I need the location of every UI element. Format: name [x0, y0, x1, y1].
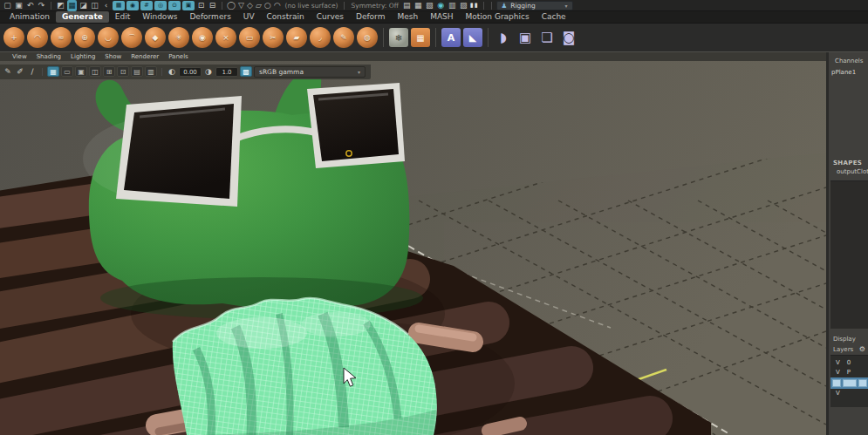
- menu-deform[interactable]: Deform: [350, 11, 391, 23]
- channel-box-object[interactable]: pPlane1: [829, 65, 868, 76]
- channel-box-attributes-area[interactable]: [830, 180, 868, 329]
- panel-menu-show[interactable]: Show: [105, 53, 121, 60]
- render-frame-icon[interactable]: ▦: [413, 0, 423, 11]
- shelf-imprint-tool-icon[interactable]: ×: [215, 27, 236, 48]
- layer-row[interactable]: V: [830, 389, 868, 398]
- shelf-panel-layout-icon[interactable]: ▣: [516, 30, 535, 45]
- mask-surfaces-icon[interactable]: ◠: [274, 0, 282, 11]
- shelf-eraser-icon[interactable]: ◙: [559, 30, 578, 45]
- hypershade-icon[interactable]: ▨: [459, 0, 468, 11]
- shelf-relax-tool-icon[interactable]: ≈: [51, 27, 72, 48]
- color-management-icon[interactable]: ▩: [240, 66, 252, 77]
- undo-icon[interactable]: ↶: [25, 0, 35, 11]
- shelf-sculpt-tool-icon[interactable]: +: [3, 27, 24, 48]
- menu-mash[interactable]: MASH: [424, 11, 459, 23]
- open-scene-icon[interactable]: ▣: [14, 0, 24, 11]
- shelf-duplicate-icon[interactable]: ❏: [537, 30, 557, 45]
- shelf-uv-snapshot-icon[interactable]: ◣: [463, 28, 482, 47]
- scale-tool-icon[interactable]: ◫: [90, 0, 99, 11]
- safe-title-icon[interactable]: ▤: [131, 66, 143, 77]
- shelf-fill-tool-icon[interactable]: ▰: [286, 27, 307, 48]
- render-view-icon[interactable]: ▤: [402, 0, 412, 11]
- panel-menu-renderer[interactable]: Renderer: [131, 53, 159, 60]
- menu-windows[interactable]: Windows: [136, 11, 183, 23]
- menu-cache[interactable]: Cache: [536, 11, 572, 23]
- shelf-uv-editor-icon[interactable]: A: [441, 28, 461, 47]
- history-off-icon[interactable]: ⊟: [208, 0, 217, 11]
- ipr-render-icon[interactable]: ▧: [425, 0, 434, 11]
- rotate-tool-icon[interactable]: ◪: [79, 0, 88, 11]
- mask-curves-icon[interactable]: ○: [264, 0, 272, 11]
- render-settings-icon[interactable]: ◉: [436, 0, 446, 11]
- view-transform-dropdown[interactable]: sRGB gamma ▾: [254, 66, 366, 78]
- shelf-bulge-tool-icon[interactable]: ◍: [357, 27, 378, 48]
- snap-point-icon[interactable]: #: [140, 1, 153, 10]
- film-gate-icon[interactable]: ▭: [61, 66, 73, 77]
- exposure-icon[interactable]: ◐: [167, 67, 177, 76]
- gear-icon[interactable]: ⚙: [859, 345, 865, 353]
- menu-uv[interactable]: UV: [237, 11, 261, 23]
- history-on-icon[interactable]: ⊡: [196, 0, 206, 11]
- snap-curve-icon[interactable]: ◉: [126, 1, 139, 10]
- mask-rendering-icon[interactable]: ▱: [256, 0, 263, 11]
- menu-curves[interactable]: Curves: [311, 11, 350, 23]
- menu-set-selector[interactable]: ♟ Rigging ▾: [496, 1, 573, 10]
- pause-icon[interactable]: ▮▮: [470, 0, 479, 11]
- shelf-wax-tool-icon[interactable]: ▭: [239, 27, 260, 48]
- lock-camera-icon[interactable]: ✐: [15, 67, 25, 76]
- collapse-chevron-icon[interactable]: ‹: [101, 0, 111, 11]
- shelf-spray-tool-icon[interactable]: ✳: [168, 27, 189, 48]
- snap-live-icon[interactable]: ▣: [182, 1, 195, 10]
- gamma-field[interactable]: 1.0: [215, 67, 238, 77]
- shelf-grab-tool-icon[interactable]: ⊕: [74, 27, 95, 48]
- shelf-repeat-tool-icon[interactable]: ◉: [192, 27, 213, 48]
- exposure-field[interactable]: 0.00: [179, 67, 202, 77]
- menu-mesh[interactable]: Mesh: [391, 11, 424, 23]
- menu-animation[interactable]: Animation: [3, 11, 56, 23]
- shelf-smooth-tool-icon[interactable]: ◠: [27, 27, 48, 48]
- shelf-freeze-icon[interactable]: ❄: [389, 28, 408, 47]
- mask-object-icon[interactable]: ▽: [238, 0, 245, 11]
- layer-editor-display-tab[interactable]: Display: [829, 329, 868, 343]
- layer-row[interactable]: V0: [830, 358, 868, 368]
- scene-3d[interactable]: [0, 52, 826, 435]
- channel-box-title[interactable]: Channels: [829, 52, 868, 65]
- shelf-knife-tool-icon[interactable]: ◞: [310, 27, 331, 48]
- redo-icon[interactable]: ↷: [37, 0, 46, 11]
- panel-menu-panels[interactable]: Panels: [168, 53, 188, 60]
- panel-menu-lighting[interactable]: Lighting: [71, 53, 95, 60]
- shelf-pinch-tool-icon[interactable]: ◡: [98, 27, 119, 48]
- shelf-flatten-tool-icon[interactable]: ⌒: [121, 27, 142, 48]
- panel-menu-shading[interactable]: Shading: [37, 53, 61, 60]
- menu-constrain[interactable]: Constrain: [261, 11, 311, 23]
- layer-color-swatch[interactable]: [858, 379, 867, 387]
- gate-mask-icon[interactable]: ◫: [89, 66, 101, 77]
- gamma-icon[interactable]: ◑: [203, 67, 214, 76]
- layer-row[interactable]: VP: [830, 368, 868, 377]
- shelf-foamy-tool-icon[interactable]: ◆: [145, 27, 166, 48]
- shelf-smear-tool-icon[interactable]: ✎: [333, 27, 354, 48]
- menu-generate[interactable]: Generate: [56, 11, 109, 23]
- move-tool-icon[interactable]: ▦: [67, 0, 77, 11]
- menu-motion-graphics[interactable]: Motion Graphics: [460, 11, 536, 23]
- layer-row-selected[interactable]: [830, 377, 868, 389]
- symmetry-status[interactable]: Symmetry: Off: [351, 0, 398, 11]
- shelf-grid-icon[interactable]: ▦: [411, 28, 430, 47]
- select-tool-icon[interactable]: ◩: [56, 0, 65, 11]
- grid-toggle-icon[interactable]: ▦: [47, 66, 59, 77]
- snap-project-icon[interactable]: ◎: [154, 1, 167, 10]
- light-editor-icon[interactable]: ▥: [448, 0, 457, 11]
- snap-grid-icon[interactable]: ▦: [113, 1, 125, 10]
- field-chart-icon[interactable]: ⊞: [103, 66, 115, 77]
- camera-attrs-icon[interactable]: ∕: [27, 67, 38, 76]
- menu-deformers[interactable]: Deformers: [183, 11, 236, 23]
- wireframe-shaded-icon[interactable]: ▥: [145, 66, 157, 77]
- mask-component-icon[interactable]: ◇: [247, 0, 254, 11]
- snap-view-icon[interactable]: ⊙: [168, 1, 181, 10]
- panel-menu-view[interactable]: View: [12, 53, 27, 60]
- shelf-scrape-tool-icon[interactable]: ✂: [263, 27, 284, 48]
- channel-box-node[interactable]: outputCloth1: [829, 167, 868, 175]
- safe-action-icon[interactable]: ⊡: [117, 66, 129, 77]
- menu-edit[interactable]: Edit: [109, 11, 136, 23]
- new-scene-icon[interactable]: ▢: [3, 0, 12, 11]
